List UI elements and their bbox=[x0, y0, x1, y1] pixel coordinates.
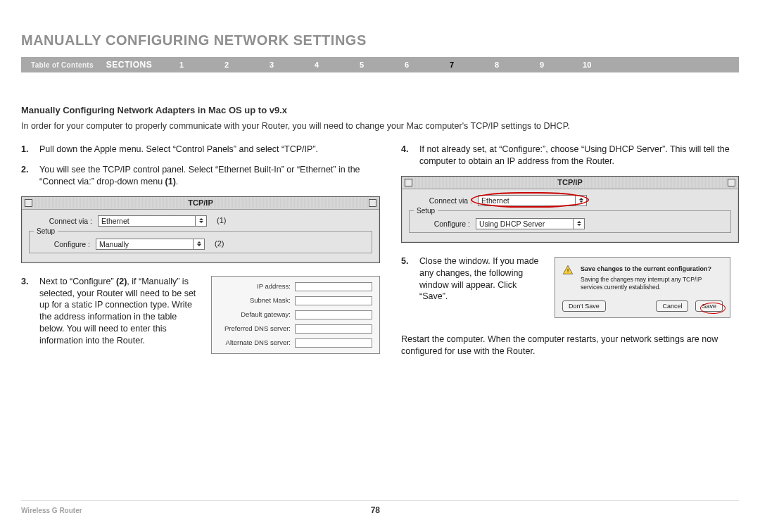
intro-text: In order for your computer to properly c… bbox=[21, 121, 739, 131]
nav-sections-label: SECTIONS bbox=[99, 60, 159, 70]
dont-save-button[interactable]: Don't Save bbox=[562, 300, 606, 312]
dialog-message: Save changes to the current configuratio… bbox=[581, 265, 723, 273]
page-title: MANUALLY CONFIGURING NETWORK SETTINGS bbox=[21, 32, 739, 49]
ip-address-field[interactable] bbox=[295, 282, 372, 291]
address-table: IP address: Subnet Mask: Default gateway… bbox=[211, 276, 380, 354]
restart-text: Restart the computer. When the computer … bbox=[401, 334, 739, 357]
configure-select[interactable]: Using DHCP Server bbox=[476, 218, 585, 229]
section-nav: Table of Contents SECTIONS 1 2 3 4 5 6 7… bbox=[21, 57, 739, 72]
nav-section-2[interactable]: 2 bbox=[204, 61, 249, 69]
step-2-text: You will see the TCP/IP control panel. S… bbox=[39, 164, 380, 188]
setup-legend: Setup bbox=[414, 206, 438, 216]
footer-page-number: 78 bbox=[371, 505, 380, 515]
close-icon[interactable] bbox=[25, 199, 32, 207]
step-5-text: Close the window. If you made any change… bbox=[419, 255, 542, 303]
step-1-text: Pull down the Apple menu. Select “Contro… bbox=[39, 144, 380, 156]
marker-1: (1) bbox=[217, 215, 226, 226]
nav-section-5[interactable]: 5 bbox=[339, 61, 384, 69]
nav-toc[interactable]: Table of Contents bbox=[25, 61, 99, 69]
configure-value: Manually bbox=[99, 239, 129, 249]
connect-via-label: Connect via : bbox=[29, 216, 92, 226]
warning-icon: ! bbox=[562, 265, 574, 276]
connect-via-select[interactable]: Ethernet bbox=[478, 195, 587, 206]
step-4-text: If not already set, at “Configure:”, cho… bbox=[419, 144, 739, 167]
save-button[interactable]: Save bbox=[695, 300, 723, 312]
tcpip-titlebar: TCP/IP bbox=[22, 197, 379, 210]
step-4-number: 4. bbox=[401, 144, 412, 167]
nav-section-10[interactable]: 10 bbox=[564, 61, 609, 69]
dropdown-icon bbox=[575, 195, 586, 206]
configure-select[interactable]: Manually bbox=[96, 239, 205, 250]
default-gateway-field[interactable] bbox=[295, 310, 372, 319]
alternate-dns-label: Alternate DNS server: bbox=[219, 338, 291, 348]
tcpip-panel-dhcp: TCP/IP Connect via : Ethernet Setup bbox=[401, 176, 739, 243]
dropdown-icon bbox=[193, 239, 204, 250]
close-icon[interactable] bbox=[405, 179, 412, 186]
connect-via-value: Ethernet bbox=[101, 216, 129, 226]
zoom-icon[interactable] bbox=[728, 179, 735, 186]
marker-2: (2) bbox=[215, 239, 224, 249]
step-1-number: 1. bbox=[21, 144, 32, 156]
connect-via-value: Ethernet bbox=[481, 196, 509, 205]
alternate-dns-field[interactable] bbox=[295, 338, 372, 348]
zoom-icon[interactable] bbox=[369, 199, 376, 207]
nav-section-1[interactable]: 1 bbox=[159, 61, 204, 69]
dropdown-icon bbox=[573, 218, 584, 229]
step-3-number: 3. bbox=[21, 276, 32, 347]
nav-section-8[interactable]: 8 bbox=[474, 61, 519, 69]
configure-value: Using DHCP Server bbox=[479, 219, 545, 229]
footer-product: Wireless G Router bbox=[21, 507, 82, 514]
configure-label: Configure : bbox=[415, 219, 470, 229]
step-5-number: 5. bbox=[401, 255, 412, 303]
subnet-mask-field[interactable] bbox=[295, 296, 372, 305]
tcpip-panel-manual: TCP/IP Connect via : Ethernet (1) Setup bbox=[21, 196, 380, 263]
default-gateway-label: Default gateway: bbox=[219, 310, 291, 319]
ip-address-label: IP address: bbox=[219, 282, 291, 291]
connect-via-select[interactable]: Ethernet bbox=[98, 215, 207, 227]
tcpip-title: TCP/IP bbox=[188, 198, 213, 208]
preferred-dns-label: Preferred DNS server: bbox=[219, 324, 291, 334]
tcpip-titlebar: TCP/IP bbox=[402, 177, 738, 189]
subheading: Manually Configuring Network Adapters in… bbox=[21, 105, 739, 115]
save-dialog: ! Save changes to the current configurat… bbox=[555, 257, 730, 319]
svg-text:!: ! bbox=[567, 267, 569, 274]
dialog-subtext: Saving the changes may interrupt any TCP… bbox=[581, 276, 723, 291]
nav-section-9[interactable]: 9 bbox=[519, 61, 564, 69]
subnet-mask-label: Subnet Mask: bbox=[219, 296, 291, 305]
dropdown-icon bbox=[195, 215, 206, 227]
setup-legend: Setup bbox=[34, 227, 58, 236]
footer-divider bbox=[21, 500, 739, 501]
tcpip-title: TCP/IP bbox=[557, 177, 582, 188]
connect-via-label: Connect via : bbox=[409, 196, 472, 205]
preferred-dns-field[interactable] bbox=[295, 324, 372, 334]
nav-section-3[interactable]: 3 bbox=[249, 61, 294, 69]
step-2-number: 2. bbox=[21, 164, 32, 188]
step-3-text: Next to “Configure” (2), if “Manually” i… bbox=[39, 276, 200, 347]
nav-section-7[interactable]: 7 bbox=[429, 61, 474, 69]
configure-label: Configure : bbox=[35, 239, 90, 249]
cancel-button[interactable]: Cancel bbox=[656, 300, 688, 312]
nav-section-6[interactable]: 6 bbox=[384, 61, 429, 69]
nav-section-4[interactable]: 4 bbox=[294, 61, 339, 69]
